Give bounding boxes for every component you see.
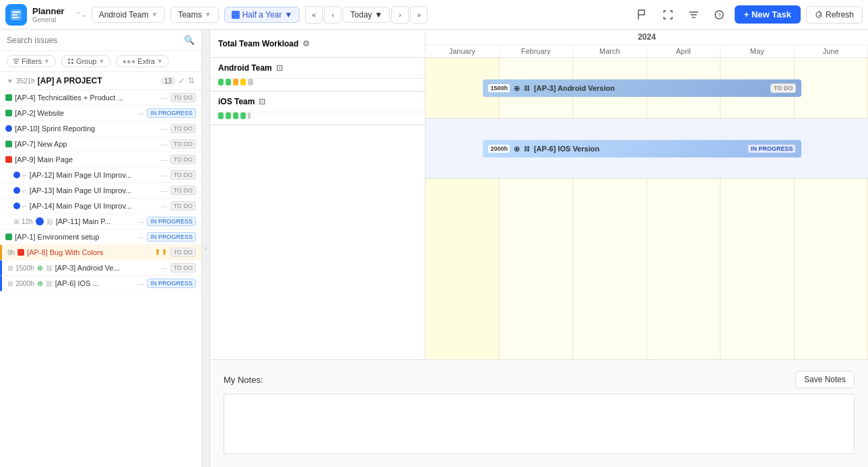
task-bar-label: [AP-3] Android Version xyxy=(534,84,766,92)
app-chevrons[interactable]: ⌃⌄ xyxy=(75,11,86,18)
teams-dropdown-caret: ▼ xyxy=(205,11,211,18)
svg-rect-1 xyxy=(12,11,20,13)
task-row[interactable]: [AP-4] Technicalities + Product ... — TO… xyxy=(0,90,201,106)
ios-gantt-row: 2000h ⊕ ⛓ [AP-6] IOS Version IN PROGRESS xyxy=(426,118,868,179)
task-row[interactable]: ⊞ 12h ⛓ [AP-11] Main P... — IN PROGRESS xyxy=(0,214,201,229)
bar-gray xyxy=(248,79,253,85)
divider: — xyxy=(137,280,144,287)
month-apr: April xyxy=(647,45,721,57)
new-task-button[interactable]: + New Task xyxy=(735,5,801,24)
divider: — xyxy=(161,141,168,148)
teams-dropdown[interactable]: Teams ▼ xyxy=(170,7,218,23)
priority-icon: ⬆⬆ xyxy=(154,248,168,257)
divider: — xyxy=(137,110,144,117)
ios-team-header: iOS Team ⊡ xyxy=(210,92,425,112)
android-team-header: Android Team ⊡ xyxy=(210,58,425,79)
status-badge: TO DO xyxy=(170,201,196,211)
android-task-bar[interactable]: 1500h ⊕ ⛓ [AP-3] Android Version TO DO xyxy=(483,79,801,97)
months-row: January February March April May June xyxy=(426,45,868,57)
team-dropdown[interactable]: Android Team ▼ xyxy=(92,7,166,23)
refresh-button[interactable]: Refresh xyxy=(806,6,863,24)
time-label: 1500h xyxy=(15,264,34,272)
chain-icon-gantt-ios: ⛓ xyxy=(524,145,530,152)
group-caret: ▼ xyxy=(98,58,104,65)
task-row[interactable]: ⌐ [AP-14] Main Page UI Improv... — TO DO xyxy=(0,199,201,214)
task-row[interactable]: [AP-7] New App — TO DO xyxy=(0,137,201,152)
notes-textarea[interactable] xyxy=(224,394,855,454)
bar-green-2 xyxy=(226,79,231,85)
svg-rect-3 xyxy=(12,17,19,18)
notes-header: My Notes: Save Notes xyxy=(224,371,855,388)
extra-caret: ▼ xyxy=(157,58,163,65)
bar-green-2 xyxy=(226,112,231,119)
month-may: May xyxy=(721,45,795,57)
chain-icon: ⛓ xyxy=(46,264,53,272)
help-btn[interactable]: ? xyxy=(709,5,729,25)
save-notes-button[interactable]: Save Notes xyxy=(795,371,855,388)
nav-prev[interactable]: ‹ xyxy=(324,6,341,24)
ios-team-bars xyxy=(210,112,425,124)
task-time-badge-ios: 2000h xyxy=(488,145,510,153)
extra-chip[interactable]: ●●● Extra ▼ xyxy=(116,55,169,67)
svg-rect-2 xyxy=(12,14,18,15)
group-chip[interactable]: Group ▼ xyxy=(61,55,111,67)
divider: — xyxy=(161,156,168,164)
half-year-dropdown[interactable]: Half a Year ▼ xyxy=(224,7,300,23)
copy-icon[interactable]: ⊡ xyxy=(276,63,283,73)
team-dropdown-caret: ▼ xyxy=(152,11,158,18)
ios-task-bar[interactable]: 2000h ⊕ ⛓ [AP-6] IOS Version IN PROGRESS xyxy=(483,140,801,157)
filters-chip[interactable]: Filters ▼ xyxy=(7,55,56,67)
collapse-handle[interactable]: ‹ xyxy=(202,30,210,467)
today-button[interactable]: Today ▼ xyxy=(343,7,390,23)
filter-bar: Filters ▼ Group ▼ ●●● Extra ▼ xyxy=(0,51,201,72)
task-row[interactable]: ⊞ 2000h ⊕ ⛓ [AP-6] IOS ... — IN PROGRESS xyxy=(0,276,201,291)
status-badge: IN PROGRESS xyxy=(147,108,196,118)
task-row[interactable]: [AP-2] Website — IN PROGRESS xyxy=(0,106,201,121)
fullscreen-btn[interactable] xyxy=(658,5,678,25)
flag-icon-btn[interactable] xyxy=(632,5,653,25)
check-icon[interactable]: ✓ xyxy=(178,76,185,85)
filter-btn[interactable] xyxy=(683,5,704,25)
nav-next[interactable]: › xyxy=(391,6,409,24)
total-workload-header: Total Team Workload ⚙ xyxy=(210,34,426,54)
half-year-caret: ▼ xyxy=(284,10,292,20)
task-label: [AP-7] New App xyxy=(15,140,158,148)
task-row[interactable]: [AP-9] Main Page — TO DO xyxy=(0,152,201,168)
time-label: 2000h xyxy=(15,280,34,287)
task-row[interactable]: ⌐ [AP-12] Main Page UI Improv... — TO DO xyxy=(0,168,201,183)
gantt-body: Android Team ⊡ iOS Team ⊡ xyxy=(210,58,868,359)
android-team-section: Android Team ⊡ xyxy=(210,58,425,92)
search-bar: 🔍 xyxy=(0,30,201,51)
notes-area: My Notes: Save Notes xyxy=(210,359,868,467)
copy-icon-ios[interactable]: ⊡ xyxy=(259,97,265,106)
task-row[interactable]: ⌐ [AP-13] Main Page UI Improv... — TO DO xyxy=(0,183,201,199)
task-label: [AP-2] Website xyxy=(15,109,135,117)
android-gantt-row: 1500h ⊕ ⛓ [AP-3] Android Version TO DO xyxy=(426,58,868,118)
nav-first[interactable]: « xyxy=(305,6,323,24)
expand-icon: ⊞ xyxy=(7,264,13,272)
task-row[interactable]: [AP-1] Environment setup — IN PROGRESS xyxy=(0,229,201,245)
sort-icon[interactable]: ⇅ xyxy=(188,76,195,85)
nav-last[interactable]: » xyxy=(410,6,428,24)
settings-icon[interactable]: ⚙ xyxy=(302,39,310,48)
task-row[interactable]: [AP-10] Sprint Reporting — TO DO xyxy=(0,121,201,137)
today-caret: ▼ xyxy=(374,10,382,20)
task-label: [AP-11] Main P... xyxy=(56,217,135,225)
status-badge: TO DO xyxy=(170,155,196,164)
project-time: 3521h xyxy=(16,77,35,85)
project-header: ▼ 3521h [AP] A PROJECT 13 ✓ ⇅ xyxy=(0,72,201,90)
ios-task-bar-label: [AP-6] IOS Version xyxy=(534,145,743,153)
gantt-header: Total Team Workload ⚙ 2024 January Febru… xyxy=(210,30,868,58)
divider: — xyxy=(161,203,168,210)
expand-icon-gantt: ⊕ xyxy=(514,84,520,93)
search-input[interactable] xyxy=(7,36,180,45)
subtask-icon: ⌐ xyxy=(23,187,27,194)
bar-green-4 xyxy=(240,112,246,119)
task-row[interactable]: ⊞ 1500h ⊕ ⛓ [AP-3] Android Ve... — TO DO xyxy=(0,260,201,276)
status-badge: TO DO xyxy=(170,248,196,257)
left-panel: 🔍 Filters ▼ Group ▼ ●●● Extra ▼ ▼ 3521h xyxy=(0,30,202,467)
project-expand[interactable]: ▼ xyxy=(7,77,13,85)
task-row-highlighted[interactable]: 9h [AP-8] Bug With Colors ⬆⬆ TO DO xyxy=(0,245,201,260)
bar-gray-small xyxy=(248,112,251,119)
expand-icon: ⊞ xyxy=(7,280,13,287)
